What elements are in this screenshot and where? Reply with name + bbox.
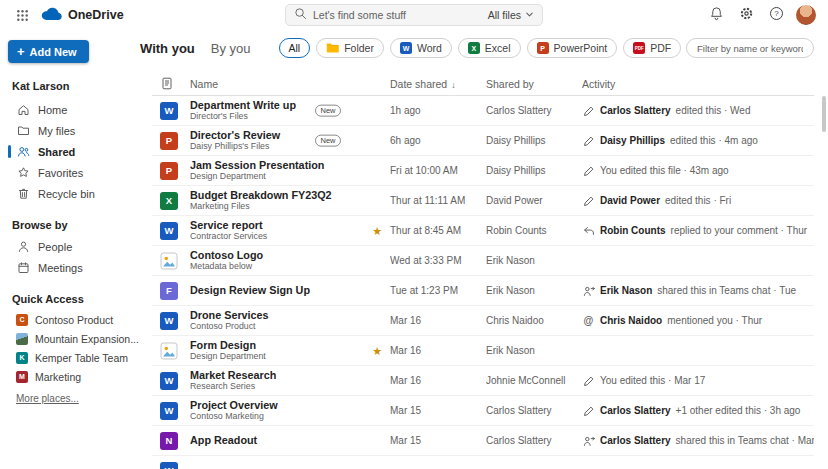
reply-activity-icon	[582, 225, 595, 237]
activity-text: +1 other edited this · 3h ago	[676, 405, 801, 416]
file-name: Budget Breakdown FY23Q2	[190, 189, 360, 202]
sidebar: + Add New Kat Larson Home My files Share…	[0, 30, 140, 469]
file-name: App Readout	[190, 434, 360, 447]
quick-access-kemper-table-team[interactable]: Kemper Table Team	[8, 348, 140, 367]
image-file-icon	[160, 252, 178, 270]
column-shared-by[interactable]: Shared by	[486, 78, 582, 90]
file-name: Design Review Sign Up	[190, 284, 360, 297]
filter-folder[interactable]: Folder	[316, 38, 384, 58]
file-row[interactable]: Service report Contractor Services ★ Thu…	[152, 216, 814, 246]
filter-pdf[interactable]: PDF	[623, 38, 681, 58]
word-file-icon	[160, 372, 178, 390]
add-new-button[interactable]: + Add New	[8, 40, 89, 63]
settings-button[interactable]	[734, 3, 758, 27]
date-shared: 6h ago	[390, 135, 486, 146]
filter-word[interactable]: Word	[390, 38, 452, 58]
svg-text:?: ?	[774, 9, 779, 18]
quick-access-marketing[interactable]: Marketing	[8, 367, 140, 386]
sidebar-item-my-files[interactable]: My files	[8, 120, 136, 141]
calendar-icon	[16, 261, 30, 274]
word-file-icon	[160, 462, 178, 469]
shared-by: Erik Nason	[486, 345, 582, 356]
document-column-icon[interactable]	[152, 77, 190, 90]
tab-with-you[interactable]: With you	[140, 41, 195, 56]
tab-by-you[interactable]: By you	[211, 41, 251, 56]
filter-label: PDF	[650, 42, 671, 54]
quick-access-mountain-expansion[interactable]: Mountain Expansion...	[8, 329, 140, 348]
team-avatar-icon	[16, 314, 28, 326]
powerpoint-file-icon	[160, 132, 178, 150]
filter-by-name-input[interactable]	[686, 38, 814, 58]
file-row[interactable]: App Readout Mar 15 Carlos Slattery Carlo…	[152, 426, 814, 456]
file-subtitle: Contoso Product	[190, 321, 360, 332]
sidebar-item-shared[interactable]: Shared	[8, 141, 136, 162]
sidebar-item-meetings[interactable]: Meetings	[8, 257, 136, 278]
file-row[interactable]: Market Research Research Series Mar 16 J…	[152, 366, 814, 396]
shared-by: Daisy Phillips	[486, 135, 582, 146]
help-icon: ?	[769, 6, 784, 24]
help-button[interactable]: ?	[764, 3, 788, 27]
quick-access-label: Mountain Expansion...	[35, 333, 139, 345]
column-activity[interactable]: Activity	[582, 78, 814, 90]
activity-actor: Carlos Slattery	[600, 405, 671, 416]
filter-excel[interactable]: Excel	[458, 38, 521, 58]
filter-powerpoint[interactable]: PowerPoint	[527, 38, 618, 58]
activity-text: mentioned you · Thur	[667, 315, 762, 326]
star-icon	[16, 166, 30, 179]
search-box[interactable]: All files	[285, 4, 543, 26]
file-row[interactable]: Director's Review Daisy Phillips's Files…	[152, 126, 814, 156]
quick-access-contoso-product[interactable]: Contoso Product	[8, 310, 140, 329]
sidebar-item-label: Favorites	[38, 167, 83, 179]
date-shared: Thur at 8:45 AM	[390, 225, 486, 236]
sidebar-item-people[interactable]: People	[8, 236, 136, 257]
file-name: Jam Session Presentation	[190, 159, 360, 172]
activity-actor: Daisy Phillips	[600, 135, 665, 146]
more-places-link[interactable]: More places...	[16, 393, 79, 404]
favorite-star-icon: ★	[372, 225, 382, 236]
scrollbar-thumb[interactable]	[822, 96, 826, 132]
search-scope-label: All files	[488, 9, 521, 21]
activity-actor: Chris Naidoo	[600, 315, 662, 326]
file-row[interactable]: Drone Services Contoso Product Mar 16 Ch…	[152, 306, 814, 336]
file-row[interactable]: Design Review Sign Up Tue at 1:23 PM Eri…	[152, 276, 814, 306]
file-row[interactable]: Department Write up Director's Files New…	[152, 96, 814, 126]
sidebar-item-recycle-bin[interactable]: Recycle bin	[8, 183, 136, 204]
file-name: Form Design	[190, 339, 360, 352]
date-shared: Tue at 1:23 PM	[390, 285, 486, 296]
file-row[interactable]: Jam Session Presentation Design Departme…	[152, 156, 814, 186]
date-shared: Mar 16	[390, 315, 486, 326]
file-row[interactable]: Budget Breakdown FY23Q2 Marketing Files …	[152, 186, 814, 216]
file-row[interactable]: Contoso Logo Metadata below Wed at 3:33 …	[152, 246, 814, 276]
edit-activity-icon	[582, 135, 595, 147]
sidebar-item-favorites[interactable]: Favorites	[8, 162, 136, 183]
filter-all[interactable]: All	[279, 38, 311, 58]
folder-icon	[326, 42, 339, 55]
shared-by: Daisy Phillips	[486, 165, 582, 176]
date-shared: Wed at 3:33 PM	[390, 255, 486, 266]
file-row[interactable]: Form Design Design Department ★ Mar 16 E…	[152, 336, 814, 366]
column-date-shared[interactable]: Date shared↓	[390, 78, 486, 90]
activity-text: edited this · Fri	[665, 195, 731, 206]
gear-icon	[739, 6, 754, 24]
app-launcher-icon[interactable]	[10, 3, 34, 27]
shared-by: Carlos Slattery	[486, 405, 582, 416]
files-table: Name Date shared↓ Shared by Activity Dep…	[152, 72, 814, 469]
onedrive-brand[interactable]: OneDrive	[40, 6, 124, 25]
quick-access-label: Kemper Table Team	[35, 352, 128, 364]
search-input[interactable]	[313, 9, 482, 21]
sidebar-item-home[interactable]: Home	[8, 99, 136, 120]
notifications-button[interactable]	[704, 3, 728, 27]
column-name[interactable]: Name	[190, 78, 390, 90]
account-button[interactable]	[794, 3, 818, 27]
filter-label: All	[289, 42, 301, 54]
main-content: With you By you All Folder Word Excel	[140, 34, 828, 469]
sort-descending-icon: ↓	[451, 80, 456, 90]
file-row[interactable]: Project Overview Contoso Marketing Mar 1…	[152, 396, 814, 426]
file-row[interactable]	[152, 456, 814, 469]
file-subtitle: Design Department	[190, 171, 360, 182]
activity-actor: Carlos Slattery	[600, 435, 671, 446]
sidebar-item-label: Recycle bin	[38, 188, 95, 200]
powerpoint-file-icon	[160, 162, 178, 180]
search-scope-dropdown[interactable]: All files	[488, 9, 534, 21]
user-name: Kat Larson	[12, 80, 140, 92]
